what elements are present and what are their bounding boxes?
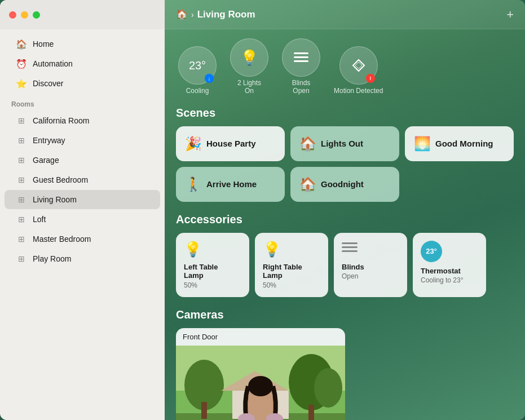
svg-point-18 (248, 376, 273, 396)
status-item-blinds[interactable]: Blinds Open (282, 38, 320, 95)
accessory-name: Blinds (342, 263, 399, 272)
svg-rect-10 (201, 402, 207, 419)
cameras-section: Front Door (176, 328, 514, 420)
accessory-right-table-lamp[interactable]: 💡 Right TableLamp 50% (255, 233, 328, 297)
accessory-name: Right TableLamp (263, 263, 320, 280)
accessory-name: Thermostat (421, 267, 478, 276)
sidebar-content: 🏠 Home ⏰ Automation ⭐ Discover Rooms ⊞ C… (0, 29, 165, 420)
accessory-status: Open (342, 272, 399, 280)
sidebar-item-automation[interactable]: ⏰ Automation (5, 54, 160, 73)
close-button[interactable] (9, 11, 16, 19)
goodnight-icon: 🏠 (299, 176, 315, 192)
sidebar: 🏠 Home ⏰ Automation ⭐ Discover Rooms ⊞ C… (0, 0, 165, 420)
camera-feed (176, 346, 345, 420)
accessory-status: Cooling to 23° (421, 276, 478, 284)
scenes-section-title: Scenes (176, 107, 514, 120)
sidebar-item-label: Home (33, 39, 54, 48)
sidebar-item-garage[interactable]: ⊞ Garage (5, 151, 160, 170)
scene-name: Lights Out (321, 139, 363, 148)
accessory-left-table-lamp[interactable]: 💡 Left TableLamp 50% (176, 233, 249, 297)
blinds-circle (282, 38, 320, 77)
add-button[interactable]: + (506, 7, 514, 22)
scene-house-party[interactable]: 🎉 House Party (176, 126, 285, 161)
accessory-blinds[interactable]: Blinds Open (334, 233, 407, 297)
room-title-bar: 🏠 › Living Room (176, 8, 255, 20)
thermostat-badge: 23° (421, 241, 442, 262)
sidebar-item-play-room[interactable]: ⊞ Play Room (5, 249, 160, 268)
lights-out-icon: 🏠 (299, 136, 315, 152)
svg-rect-2 (294, 60, 308, 62)
cooling-label: Cooling (186, 87, 209, 95)
svg-rect-5 (342, 250, 358, 252)
sidebar-item-master-bedroom[interactable]: ⊞ Master Bedroom (5, 229, 160, 249)
maximize-button[interactable] (33, 11, 40, 19)
scene-good-morning[interactable]: 🌅 Good Morning (405, 126, 514, 161)
room-icon: ⊞ (16, 174, 27, 185)
accessories-row: 💡 Left TableLamp 50% 💡 Right TableLamp 5… (176, 233, 514, 297)
scenes-grid: 🎉 House Party 🏠 Lights Out 🌅 Good Mornin… (176, 126, 514, 202)
lamp-icon: 💡 (184, 241, 241, 258)
sidebar-item-home[interactable]: 🏠 Home (5, 34, 160, 54)
scene-arrive-home[interactable]: 🚶 Arrive Home (176, 167, 285, 202)
blinds-label: Blinds Open (292, 79, 311, 95)
sidebar-item-label: Loft (33, 215, 46, 224)
motion-circle: ! (339, 46, 378, 85)
main-titlebar: 🏠 › Living Room + (165, 0, 525, 29)
accessory-status: 50% (184, 281, 241, 289)
sidebar-item-entryway[interactable]: ⊞ Entryway (5, 131, 160, 150)
rooms-section-label: Rooms (0, 94, 165, 110)
main-panel: 🏠 › Living Room + 23° ↓ Cooling 💡 (165, 0, 525, 420)
camera-label: Front Door (176, 328, 345, 346)
sidebar-titlebar (0, 0, 165, 29)
sidebar-item-loft[interactable]: ⊞ Loft (5, 210, 160, 229)
accessory-name: Left TableLamp (184, 263, 241, 280)
camera-card-front-door[interactable]: Front Door (176, 328, 345, 420)
motion-label: Motion Detected (334, 87, 383, 95)
scene-name: House Party (206, 139, 256, 148)
blinds-icon (342, 241, 399, 258)
sidebar-item-label: Garage (33, 156, 59, 165)
room-icon: ⊞ (16, 233, 27, 245)
sidebar-item-guest-bedroom[interactable]: ⊞ Guest Bedroom (5, 170, 160, 189)
home-icon: 🏠 (16, 38, 27, 50)
svg-rect-3 (342, 242, 358, 244)
sidebar-item-label: Automation (33, 59, 73, 68)
svg-rect-12 (308, 405, 314, 420)
sidebar-item-label: Living Room (33, 195, 77, 204)
accessory-thermostat[interactable]: 23° Thermostat Cooling to 23° (413, 233, 486, 297)
cooling-badge: ↓ (205, 74, 214, 83)
scene-name: Goodnight (321, 179, 364, 189)
sidebar-item-discover[interactable]: ⭐ Discover (5, 74, 160, 93)
status-item-motion[interactable]: ! Motion Detected (334, 46, 383, 95)
arrive-home-icon: 🚶 (185, 176, 201, 192)
status-row: 23° ↓ Cooling 💡 2 Lights On (176, 38, 514, 95)
good-morning-icon: 🌅 (414, 136, 430, 152)
room-icon: ⊞ (16, 115, 27, 126)
room-icon: ⊞ (16, 194, 27, 205)
sidebar-item-california-room[interactable]: ⊞ California Room (5, 111, 160, 130)
app-window: 🏠 Home ⏰ Automation ⭐ Discover Rooms ⊞ C… (0, 0, 525, 420)
sidebar-item-label: Entryway (33, 136, 65, 145)
room-icon: ⊞ (16, 135, 27, 146)
accessory-status: 50% (263, 281, 320, 289)
sidebar-item-living-room[interactable]: ⊞ Living Room (5, 190, 160, 209)
house-party-icon: 🎉 (185, 136, 201, 152)
lights-label: 2 Lights On (237, 79, 261, 95)
scene-lights-out[interactable]: 🏠 Lights Out (290, 126, 399, 161)
cameras-section-title: Cameras (176, 308, 514, 321)
chevron-icon: › (191, 10, 194, 19)
lights-circle: 💡 (230, 38, 268, 77)
sidebar-item-label: Master Bedroom (33, 235, 91, 244)
accessories-section-title: Accessories (176, 213, 514, 226)
scene-goodnight[interactable]: 🏠 Goodnight (290, 167, 399, 202)
discover-icon: ⭐ (16, 78, 27, 89)
minimize-button[interactable] (21, 11, 28, 19)
svg-point-13 (314, 368, 342, 408)
cooling-circle: 23° ↓ (178, 46, 217, 85)
status-item-cooling[interactable]: 23° ↓ Cooling (178, 46, 217, 95)
svg-rect-4 (342, 246, 358, 248)
room-icon: ⊞ (16, 214, 27, 225)
status-item-lights[interactable]: 💡 2 Lights On (230, 38, 268, 95)
automation-icon: ⏰ (16, 58, 27, 69)
lamp-icon: 💡 (263, 241, 320, 258)
